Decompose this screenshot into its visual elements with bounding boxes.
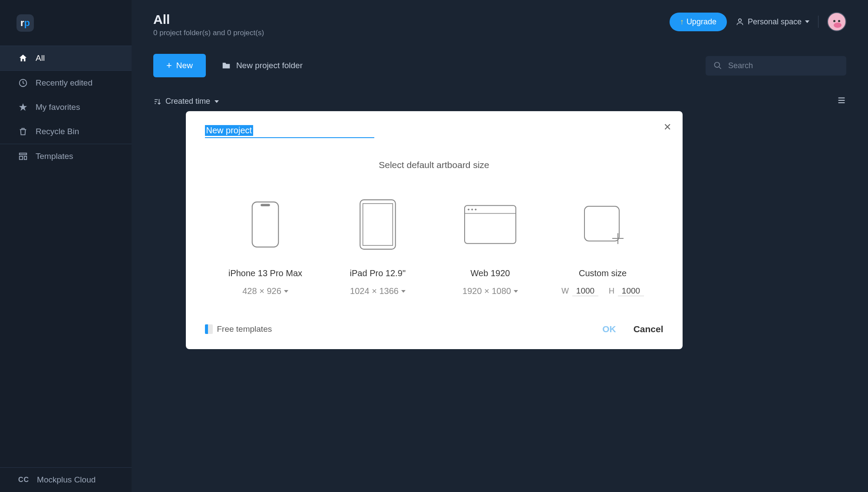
svg-rect-9	[363, 204, 393, 246]
artboard-option-phone[interactable]: iPhone 13 Pro Max 428 × 926	[211, 196, 320, 296]
artboard-size-selector[interactable]: 1024 × 1366	[350, 286, 406, 296]
artboard-size-selector[interactable]: 428 × 926	[242, 286, 288, 296]
svg-rect-10	[465, 205, 516, 243]
artboard-option-custom[interactable]: Custom size W H	[549, 196, 657, 296]
modal-subtitle: Select default artboard size	[205, 160, 663, 170]
width-label: W	[561, 287, 569, 296]
svg-rect-7	[261, 204, 270, 206]
svg-point-14	[475, 208, 476, 210]
tablet-preview-icon	[359, 196, 396, 253]
svg-point-13	[471, 208, 473, 210]
artboard-label: Custom size	[579, 268, 627, 278]
artboard-option-tablet[interactable]: iPad Pro 12.9'' 1024 × 1366	[324, 196, 432, 296]
custom-height-input[interactable]	[618, 286, 644, 296]
artboard-options: iPhone 13 Pro Max 428 × 926 iPad Pro 12.…	[205, 196, 663, 296]
custom-width-input[interactable]	[572, 286, 598, 296]
artboard-label: iPhone 13 Pro Max	[228, 268, 302, 278]
svg-rect-8	[360, 200, 396, 249]
artboard-label: iPad Pro 12.9''	[350, 268, 406, 278]
new-project-modal: ✕ New project Select default artboard si…	[186, 111, 683, 349]
templates-label: Free templates	[217, 324, 272, 334]
chevron-down-icon	[514, 290, 518, 293]
cancel-button[interactable]: Cancel	[634, 324, 663, 334]
modal-footer: Free templates OK Cancel	[205, 324, 663, 334]
project-name-field[interactable]: New project	[205, 125, 374, 138]
chevron-down-icon	[401, 290, 406, 293]
modal-close-button[interactable]: ✕	[663, 122, 671, 133]
phone-preview-icon	[251, 196, 280, 253]
custom-preview-icon	[581, 196, 624, 253]
templates-icon	[205, 324, 213, 334]
ok-button[interactable]: OK	[602, 324, 616, 334]
artboard-label: Web 1920	[471, 268, 510, 278]
svg-point-12	[468, 208, 469, 210]
custom-width-field: W	[561, 286, 598, 296]
free-templates-link[interactable]: Free templates	[205, 324, 272, 334]
height-label: H	[609, 287, 614, 296]
artboard-size-selector[interactable]: 1920 × 1080	[462, 286, 518, 296]
custom-height-field: H	[609, 286, 644, 296]
svg-rect-6	[252, 202, 278, 247]
chevron-down-icon	[284, 290, 288, 293]
modal-overlay: ✕ New project Select default artboard si…	[0, 0, 868, 492]
svg-rect-15	[584, 206, 619, 241]
web-preview-icon	[464, 196, 517, 253]
artboard-option-web[interactable]: Web 1920 1920 × 1080	[436, 196, 545, 296]
project-name-text: New project	[205, 125, 254, 136]
